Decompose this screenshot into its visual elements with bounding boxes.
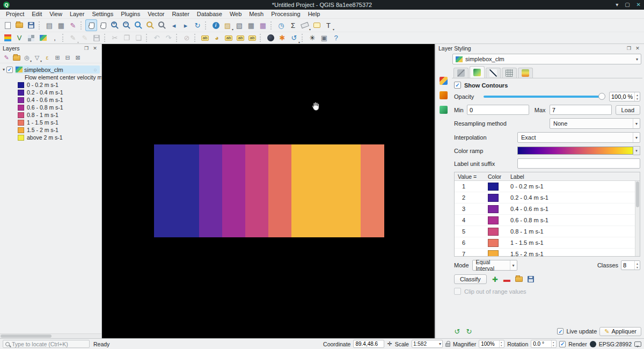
messages-icon[interactable] [634,341,641,347]
locate-input[interactable] [12,341,87,347]
max-input[interactable] [550,105,612,115]
remove-class-button[interactable]: ▬ [502,274,513,285]
temporal-controller-button[interactable]: ◷ [275,19,287,31]
legend-swatch[interactable] [18,90,24,96]
menu-vector[interactable]: Vector [144,10,168,18]
legend-item[interactable]: 0.8 - 1 m s-1 [0,111,101,119]
add-delimited-text-button[interactable]: , [49,32,61,44]
legend-swatch[interactable] [18,97,24,103]
processing-history-button[interactable]: ✱ [276,32,288,44]
style-history-button[interactable]: ↺▾ [288,32,300,44]
menu-database[interactable]: Database [193,10,226,18]
identify-features-button[interactable]: i [210,19,222,31]
legend-item[interactable]: 1 - 1.5 m s-1 [0,119,101,126]
menu-processing[interactable]: Processing [267,10,304,18]
legend-swatch[interactable] [18,112,24,118]
manage-map-themes-button[interactable]: ◎▾ [22,53,32,63]
map-tips-button[interactable] [311,19,323,31]
new-project-button[interactable] [2,19,13,31]
close-panel-button[interactable]: ✕ [91,45,99,52]
class-color-swatch[interactable] [488,228,499,236]
spin-arrows[interactable]: ▲▼ [499,340,503,347]
open-layer-styling-panel-button[interactable]: ✎ [2,53,11,63]
map-canvas[interactable] [102,44,435,338]
show-contours-checkbox[interactable]: ✓ [454,82,461,89]
zoom-in-button[interactable]: + [109,19,121,31]
column-header-value[interactable]: Value = [455,173,488,180]
highlight-labels-button[interactable]: ab [235,32,246,44]
classes-input[interactable] [621,262,634,268]
paste-features-button[interactable]: ❏ [133,32,144,44]
min-input[interactable] [467,105,529,115]
zoom-to-selection-button[interactable] [144,19,156,31]
add-mesh-layer-button[interactable] [37,32,49,44]
menu-mesh[interactable]: Mesh [245,10,267,18]
refresh-map-button[interactable]: ↻ [192,19,203,31]
clip-out-of-range-checkbox[interactable] [454,288,461,295]
statistics-button[interactable]: Σ [287,19,299,31]
menu-layer[interactable]: Layer [66,10,89,18]
zoom-out-button[interactable]: − [121,19,133,31]
zoom-to-layer-button[interactable] [156,19,168,31]
new-print-layout-button[interactable]: ▤ [43,19,55,31]
styling-layer-selector[interactable]: simplebox_clm ▾ [452,54,641,64]
add-vector-layer-button[interactable]: V [13,32,25,44]
resampling-select[interactable]: None▾ [550,118,640,129]
add-class-button[interactable]: ✚ [490,274,501,285]
magnifier-input[interactable] [480,341,499,347]
style-redo-button[interactable]: ↻ [464,326,474,337]
field-calculator-button[interactable]: ▦ [257,19,269,31]
legend-swatch[interactable] [18,127,24,133]
expander-icon[interactable]: ▾ [1,67,6,72]
plugins-button[interactable]: ✳ [306,32,318,44]
zoom-last-button[interactable]: ◂ [168,19,180,31]
open-attribute-table-button[interactable]: ▦ [245,19,257,31]
tab-averaging[interactable] [518,68,533,78]
measure-button[interactable]: ▾ [299,19,311,31]
cut-features-button[interactable]: ✂ [109,32,121,44]
undo-button[interactable]: ↶ [151,32,163,44]
menu-raster[interactable]: Raster [168,10,193,18]
close-button[interactable]: ✕ [636,0,641,10]
crs-status[interactable]: EPSG:28992 [599,341,632,347]
class-table-row[interactable]: 40.6 - 0.8 m s-1 [455,215,640,226]
style-manager-button[interactable]: ✎ [67,19,79,31]
add-raster-layer-button[interactable] [25,32,37,44]
class-color-swatch[interactable] [488,194,499,202]
legend-item[interactable]: 1.5 - 2 m s-1 [0,126,101,134]
legend-swatch[interactable] [18,105,24,111]
legend-item[interactable]: 0.2 - 0.4 m s-1 [0,89,101,96]
menu-settings[interactable]: Settings [88,10,117,18]
class-table-row[interactable]: 50.8 - 1 m s-1 [455,226,640,237]
spin-arrows[interactable]: ▲▼ [634,261,640,270]
layer-labeling-button[interactable]: ab [199,32,211,44]
class-color-swatch[interactable] [488,205,499,213]
extents-toggle-icon[interactable]: ✛ [387,340,392,347]
class-table-row[interactable]: 61 - 1.5 m s-1 [455,237,640,249]
class-color-swatch[interactable] [488,216,499,224]
apply-button[interactable]: ✎Appliquer [599,327,641,336]
spin-arrows[interactable]: ▲▼ [551,340,555,347]
history-tab[interactable] [438,104,449,115]
scale-select[interactable]: 1:582▾ [412,340,443,348]
menu-project[interactable]: Project [2,10,28,18]
column-header-color[interactable]: Color [488,173,506,180]
float-panel-button[interactable]: ❐ [83,45,90,52]
scrollbar-thumb[interactable] [1,335,52,338]
move-label-button[interactable]: ab [246,32,258,44]
interpolation-select[interactable]: Exact▾ [517,132,640,143]
filter-legend-button[interactable]: ▽▾ [32,53,42,63]
column-header-label[interactable]: Label [506,173,640,180]
pan-map-button[interactable] [85,19,97,31]
maximize-button[interactable]: ▢ [625,0,630,10]
class-table-row[interactable]: 30.4 - 0.6 m s-1 [455,203,640,215]
tab-general-settings[interactable] [453,68,469,78]
legend-swatch[interactable] [18,135,24,141]
load-button[interactable]: Load [616,105,640,115]
layers-hscrollbar[interactable] [0,333,101,338]
slider-knob[interactable] [598,93,605,100]
legend-item[interactable]: 0.4 - 0.6 m s-1 [0,96,101,104]
menu-help[interactable]: Help [304,10,324,18]
toggle-editing-button[interactable]: ✎ [79,32,91,44]
spin-arrows[interactable]: ▲▼ [634,92,640,101]
